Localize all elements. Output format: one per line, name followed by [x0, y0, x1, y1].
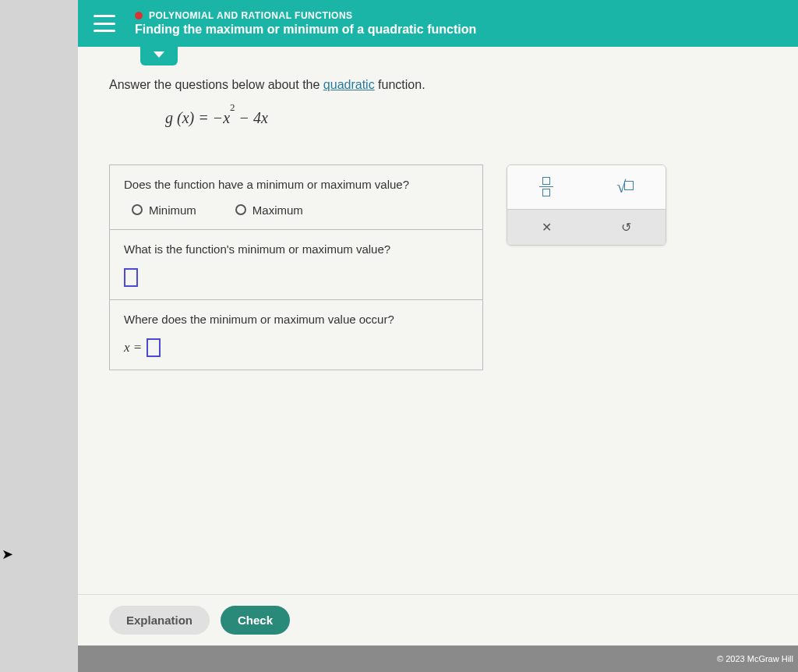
question-2-text: What is the function's minimum or maximu…: [124, 242, 468, 256]
breadcrumb: POLYNOMIAL AND RATIONAL FUNCTIONS: [135, 10, 476, 21]
question-3-text: Where does the minimum or maximum value …: [124, 313, 468, 326]
menu-button[interactable]: [94, 15, 115, 32]
question-3-section: Where does the minimum or maximum value …: [110, 300, 482, 370]
tool-bottom-row: ✕ ↺: [507, 209, 666, 245]
breadcrumb-label: POLYNOMIAL AND RATIONAL FUNCTIONS: [149, 10, 353, 21]
status-dot-icon: [135, 12, 143, 19]
header-bar: POLYNOMIAL AND RATIONAL FUNCTIONS Findin…: [78, 0, 798, 47]
explanation-button[interactable]: Explanation: [109, 606, 210, 635]
content-area: Answer the questions below about the qua…: [78, 47, 798, 624]
quadratic-link[interactable]: quadratic: [323, 78, 375, 91]
fraction-tool[interactable]: [539, 177, 553, 197]
tool-palette: √ ✕ ↺: [507, 164, 666, 246]
radio-minimum[interactable]: Minimum: [132, 203, 196, 217]
question-1-text: Does the function have a minimum or maxi…: [124, 178, 468, 191]
eq-part-b: − 4x: [235, 109, 268, 126]
footer-bar: Explanation Check: [78, 594, 798, 645]
instruction-pre: Answer the questions below about the: [109, 78, 323, 91]
app-wrapper: POLYNOMIAL AND RATIONAL FUNCTIONS Findin…: [78, 0, 798, 672]
copyright: © 2023 McGraw Hill: [78, 645, 798, 672]
cursor-icon: ➤: [2, 546, 13, 563]
radio-maximum-label: Maximum: [252, 203, 303, 217]
instruction-text: Answer the questions below about the qua…: [109, 78, 767, 92]
sqrt-tool[interactable]: √: [616, 177, 634, 197]
radio-maximum[interactable]: Maximum: [235, 203, 303, 217]
eq-exponent: 2: [230, 101, 235, 113]
question-1-section: Does the function have a minimum or maxi…: [110, 165, 482, 230]
question-box: Does the function have a minimum or maxi…: [109, 164, 483, 370]
chevron-down-icon: [154, 51, 164, 58]
dropdown-tab[interactable]: [140, 44, 178, 65]
eq-lhs: g (x) =: [165, 109, 213, 126]
radio-icon: [132, 204, 143, 215]
instruction-post: function.: [375, 78, 425, 91]
value-input[interactable]: [124, 268, 138, 287]
clear-button[interactable]: ✕: [542, 220, 552, 235]
q3-prefix: x =: [124, 340, 142, 355]
radio-icon: [235, 204, 246, 215]
x-value-input[interactable]: [147, 338, 161, 357]
fraction-icon: [539, 177, 553, 197]
check-button[interactable]: Check: [221, 606, 290, 635]
radio-minimum-label: Minimum: [149, 203, 196, 217]
reset-button[interactable]: ↺: [621, 220, 631, 235]
equation: g (x) = −x2 − 4x: [165, 108, 767, 127]
copyright-text: © 2023 McGraw Hill: [717, 654, 793, 663]
sqrt-box-icon: [624, 181, 634, 190]
tool-top-row: √: [507, 165, 666, 209]
eq-part-a: −x: [213, 109, 230, 126]
question-2-section: What is the function's minimum or maximu…: [110, 230, 482, 300]
page-title: Finding the maximum or minimum of a quad…: [135, 23, 476, 37]
